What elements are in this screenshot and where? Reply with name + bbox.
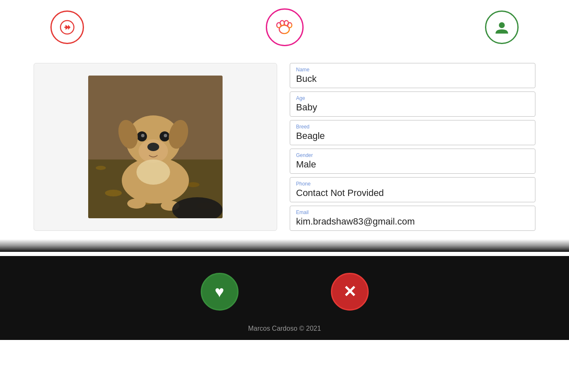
user-profile-button[interactable] bbox=[485, 10, 519, 44]
breed-value: Beagle bbox=[296, 131, 529, 141]
gender-field: Gender Male bbox=[290, 149, 535, 174]
name-field: Name Buck bbox=[290, 63, 535, 88]
svg-point-28 bbox=[136, 159, 170, 185]
main-content: Name Buck Age Baby Breed Beagle Gender M… bbox=[0, 55, 569, 239]
phone-label: Phone bbox=[296, 181, 529, 187]
phone-field: Phone Contact Not Provided bbox=[290, 177, 535, 202]
svg-point-11 bbox=[105, 190, 122, 196]
bottom-bar: ♥ ✕ Marcos Cardoso © 2021 bbox=[0, 256, 569, 340]
name-value: Buck bbox=[296, 73, 529, 84]
svg-point-25 bbox=[164, 134, 167, 137]
svg-point-8 bbox=[499, 22, 505, 28]
email-label: Email bbox=[296, 209, 529, 215]
svg-point-21 bbox=[147, 143, 159, 151]
age-label: Age bbox=[296, 95, 529, 101]
dog-illustration bbox=[88, 76, 223, 218]
dislike-button[interactable]: ✕ bbox=[331, 273, 369, 311]
back-button[interactable] bbox=[50, 10, 84, 44]
gender-value: Male bbox=[296, 159, 529, 170]
age-field: Age Baby bbox=[290, 91, 535, 117]
pet-image bbox=[88, 76, 223, 218]
heart-icon: ♥ bbox=[215, 283, 224, 301]
age-value: Baby bbox=[296, 102, 529, 113]
breed-field: Breed Beagle bbox=[290, 120, 535, 145]
info-fields: Name Buck Age Baby Breed Beagle Gender M… bbox=[290, 63, 535, 231]
name-label: Name bbox=[296, 67, 529, 73]
svg-point-23 bbox=[141, 134, 144, 137]
email-field: Email kim.bradshaw83@gmail.com bbox=[290, 206, 535, 231]
breed-label: Breed bbox=[296, 124, 529, 130]
x-icon: ✕ bbox=[343, 282, 357, 301]
phone-value: Contact Not Provided bbox=[296, 188, 529, 199]
app-logo bbox=[266, 8, 304, 46]
svg-marker-2 bbox=[68, 25, 71, 30]
separator bbox=[0, 239, 569, 252]
back-icon bbox=[60, 20, 75, 35]
user-icon bbox=[494, 19, 510, 35]
action-buttons: ♥ ✕ bbox=[201, 273, 369, 311]
gender-label: Gender bbox=[296, 152, 529, 158]
like-button[interactable]: ♥ bbox=[201, 273, 239, 311]
header bbox=[0, 0, 569, 55]
footer-copyright: Marcos Cardoso © 2021 bbox=[0, 325, 569, 332]
email-value: kim.bradshaw83@gmail.com bbox=[296, 216, 529, 227]
pet-photo-card bbox=[34, 63, 277, 231]
svg-point-29 bbox=[127, 199, 146, 209]
svg-point-15 bbox=[96, 166, 106, 170]
paw-icon bbox=[273, 16, 296, 39]
